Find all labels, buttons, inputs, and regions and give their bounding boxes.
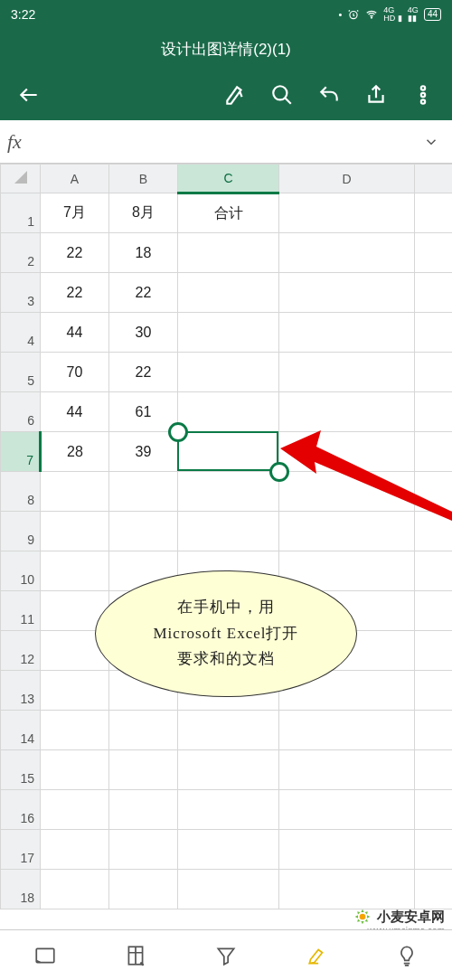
row-header-8[interactable]: 8 <box>1 472 41 512</box>
cell-E7[interactable] <box>415 432 453 472</box>
cell-B9[interactable] <box>109 512 178 551</box>
row-header-11[interactable]: 11 <box>1 591 41 631</box>
cell-E10[interactable] <box>415 551 453 591</box>
cell-C8[interactable] <box>178 472 279 512</box>
fx-label[interactable]: fx <box>7 130 43 154</box>
row-header-18[interactable]: 18 <box>1 870 41 909</box>
cell-A2[interactable]: 22 <box>41 233 109 273</box>
row-header-15[interactable]: 15 <box>1 750 41 790</box>
select-all-corner[interactable] <box>1 165 41 193</box>
cell-D4[interactable] <box>279 313 415 353</box>
cell-A18[interactable] <box>41 870 109 909</box>
col-header-a[interactable]: A <box>41 165 109 193</box>
cell-E6[interactable] <box>415 392 453 432</box>
search-button[interactable] <box>262 75 302 115</box>
cell-A3[interactable]: 22 <box>41 273 109 313</box>
cell-D15[interactable] <box>279 750 415 790</box>
cell-A9[interactable] <box>41 512 109 551</box>
row-header-12[interactable]: 12 <box>1 631 41 671</box>
cell-E2[interactable] <box>415 233 453 273</box>
row-header-14[interactable]: 14 <box>1 711 41 750</box>
cell-B1[interactable]: 8月 <box>109 193 178 233</box>
cell-E14[interactable] <box>415 711 453 750</box>
col-header-c[interactable]: C <box>178 165 279 193</box>
cell-C7[interactable] <box>178 432 279 472</box>
filter-button[interactable] <box>181 930 271 980</box>
cell-D2[interactable] <box>279 233 415 273</box>
cell-E13[interactable] <box>415 671 453 711</box>
undo-button[interactable] <box>309 75 349 115</box>
cell-B16[interactable] <box>109 790 178 830</box>
cell-C3[interactable] <box>178 273 279 313</box>
row-header-9[interactable]: 9 <box>1 512 41 551</box>
cell-C6[interactable] <box>178 392 279 432</box>
row-header-6[interactable]: 6 <box>1 392 41 432</box>
cell-E15[interactable] <box>415 750 453 790</box>
cell-D7[interactable] <box>279 432 415 472</box>
cell-A4[interactable]: 44 <box>41 313 109 353</box>
expand-formula-button[interactable] <box>418 134 445 150</box>
cell-D17[interactable] <box>279 830 415 870</box>
more-button[interactable] <box>403 75 443 115</box>
row-header-2[interactable]: 2 <box>1 233 41 273</box>
cell-E3[interactable] <box>415 273 453 313</box>
cell-C4[interactable] <box>178 313 279 353</box>
cell-B18[interactable] <box>109 870 178 909</box>
row-header-1[interactable]: 1 <box>1 193 41 233</box>
cell-D9[interactable] <box>279 512 415 551</box>
cell-A6[interactable]: 44 <box>41 392 109 432</box>
col-header-b[interactable]: B <box>109 165 178 193</box>
cell-C17[interactable] <box>178 830 279 870</box>
cell-C16[interactable] <box>178 790 279 830</box>
cell-A17[interactable] <box>41 830 109 870</box>
cell-D14[interactable] <box>279 711 415 750</box>
highlight-button[interactable] <box>271 930 362 980</box>
cell-C18[interactable] <box>178 870 279 909</box>
row-header-13[interactable]: 13 <box>1 671 41 711</box>
cell-E5[interactable] <box>415 353 453 392</box>
cell-B3[interactable]: 22 <box>109 273 178 313</box>
row-header-4[interactable]: 4 <box>1 313 41 353</box>
cell-E18[interactable] <box>415 870 453 909</box>
cell-B5[interactable]: 22 <box>109 353 178 392</box>
cell-B8[interactable] <box>109 472 178 512</box>
cell-E9[interactable] <box>415 512 453 551</box>
cell-A14[interactable] <box>41 711 109 750</box>
ideas-button[interactable] <box>362 930 452 980</box>
cell-B4[interactable]: 30 <box>109 313 178 353</box>
cell-E17[interactable] <box>415 830 453 870</box>
cell-E1[interactable] <box>415 193 453 233</box>
cell-D6[interactable] <box>279 392 415 432</box>
cell-E16[interactable] <box>415 790 453 830</box>
cell-A8[interactable] <box>41 472 109 512</box>
cell-E12[interactable] <box>415 631 453 671</box>
cell-A1[interactable]: 7月 <box>41 193 109 233</box>
cell-B15[interactable] <box>109 750 178 790</box>
row-header-16[interactable]: 16 <box>1 790 41 830</box>
cell-A13[interactable] <box>41 671 109 711</box>
cell-E4[interactable] <box>415 313 453 353</box>
cell-D16[interactable] <box>279 790 415 830</box>
cell-C5[interactable] <box>178 353 279 392</box>
cell-D5[interactable] <box>279 353 415 392</box>
cell-D8[interactable] <box>279 472 415 512</box>
cell-C15[interactable] <box>178 750 279 790</box>
cell-B6[interactable]: 61 <box>109 392 178 432</box>
cell-C1[interactable]: 合计 <box>178 193 279 233</box>
cell-C9[interactable] <box>178 512 279 551</box>
share-button[interactable] <box>356 75 396 115</box>
col-header-e[interactable] <box>415 165 453 193</box>
cell-D18[interactable] <box>279 870 415 909</box>
cell-B17[interactable] <box>109 830 178 870</box>
cell-B14[interactable] <box>109 711 178 750</box>
layout-button[interactable] <box>90 930 181 980</box>
row-header-17[interactable]: 17 <box>1 830 41 870</box>
cell-C2[interactable] <box>178 233 279 273</box>
cell-D3[interactable] <box>279 273 415 313</box>
edit-style-button[interactable] <box>215 75 255 115</box>
cell-A10[interactable] <box>41 551 109 591</box>
cell-B2[interactable]: 18 <box>109 233 178 273</box>
cell-A16[interactable] <box>41 790 109 830</box>
cell-A7[interactable]: 28 <box>41 432 109 472</box>
cell-B7[interactable]: 39 <box>109 432 178 472</box>
